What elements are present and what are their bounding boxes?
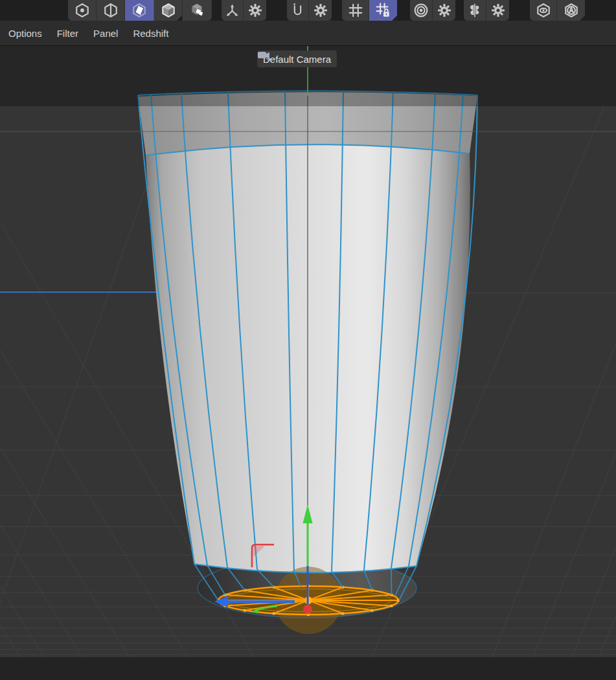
points-mode-button[interactable]: [68, 0, 97, 21]
viewport-3d[interactable]: Default Camera: [0, 46, 616, 657]
viewport-canvas[interactable]: [0, 46, 616, 657]
texture-mode-button[interactable]: [183, 0, 212, 21]
gear-icon: [248, 3, 262, 17]
dropdown-corner-icon: [392, 16, 397, 21]
workplane-group: [342, 0, 397, 21]
dropdown-corner-icon: [580, 16, 585, 21]
menu-panel[interactable]: Panel: [93, 28, 118, 39]
menu-redshift[interactable]: Redshift: [133, 28, 168, 39]
solo-button[interactable]: [530, 0, 557, 21]
axis-modification-button[interactable]: [222, 0, 244, 21]
hexagon-dot-icon: [74, 3, 90, 18]
grid-icon: [348, 3, 363, 18]
quantize-button[interactable]: [410, 0, 433, 21]
cube-texture-icon: [190, 3, 205, 18]
axis-tool-group: [222, 0, 266, 21]
magnet-icon: [290, 3, 305, 18]
snap-button[interactable]: [287, 0, 309, 21]
concentric-circles-icon: [413, 3, 429, 18]
axis-arrows-icon: [225, 3, 240, 18]
gear-icon: [437, 3, 451, 17]
component-mode-group: [68, 0, 212, 21]
annotation-button[interactable]: [557, 0, 585, 21]
lock-workplane-button[interactable]: [369, 0, 397, 21]
snap-settings-button[interactable]: [309, 0, 332, 21]
snap-group: [287, 0, 332, 21]
display-group: [530, 0, 585, 21]
dropdown-corner-icon: [177, 16, 182, 21]
hexagon-a-icon: [564, 3, 579, 18]
gear-icon: [491, 3, 505, 17]
viewport-camera-label[interactable]: Default Camera: [257, 51, 337, 67]
symmetry-button[interactable]: [464, 0, 486, 21]
edge-mode-button[interactable]: [97, 0, 125, 21]
menu-options[interactable]: Options: [8, 28, 42, 39]
workplane-button[interactable]: [342, 0, 369, 21]
hexagon-edge-icon: [103, 3, 119, 18]
butterfly-icon: [467, 3, 483, 18]
hexagon-polygon-icon: [131, 3, 147, 18]
menu-filter[interactable]: Filter: [57, 28, 78, 39]
camera-icon: [257, 51, 271, 61]
mode-toolbar: [0, 0, 616, 21]
bottom-panel-strip: [0, 657, 616, 680]
axis-settings-button[interactable]: [244, 0, 266, 21]
quantize-settings-button[interactable]: [433, 0, 455, 21]
camera-label-text: Default Camera: [263, 54, 331, 65]
hexagon-eye-icon: [536, 3, 551, 18]
grid-lock-icon: [376, 3, 391, 18]
symmetry-group: [464, 0, 509, 21]
shaded-cube-icon: [161, 3, 176, 18]
symmetry-settings-button[interactable]: [486, 0, 509, 21]
model-mode-button[interactable]: [154, 0, 183, 21]
viewport-menubar: Options Filter Panel Redshift: [0, 21, 616, 46]
origin-handle[interactable]: [303, 605, 312, 614]
gear-icon: [314, 3, 328, 17]
quantize-group: [410, 0, 455, 21]
polygon-mode-button[interactable]: [125, 0, 154, 21]
